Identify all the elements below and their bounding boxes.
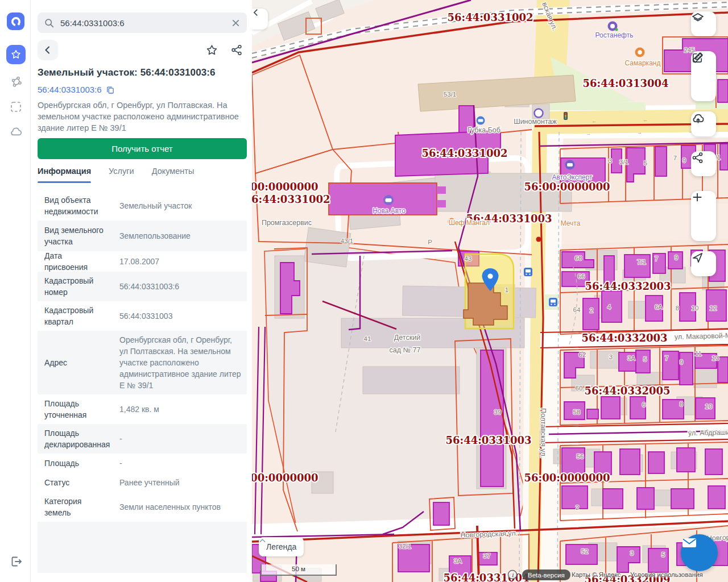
select-area-icon [9,100,23,114]
street-label: Полтавская ул. [539,408,547,458]
info-row-value: Оренбургская обл, г Оренбург, ул Полтавс… [104,334,247,391]
building-number: 1 [505,286,508,293]
locate-button[interactable] [691,251,716,276]
building-number: 3 [609,157,612,164]
building-number: 2 [590,307,593,314]
building-number: 37 [483,552,491,559]
street-label: Промгазсервис [262,219,312,227]
details-panel: Земельный участок: 56:44:0331003:6 56:44… [31,0,252,582]
logout-button[interactable] [7,552,25,571]
building-number: 13 [712,355,719,361]
info-row-label: Площадь уточненная [44,398,104,421]
draw-button[interactable] [691,76,716,101]
search-input[interactable] [59,18,231,28]
tab-services[interactable]: Услуги [109,167,134,183]
cadastral-number-link[interactable]: 56:44:0331003:6 [38,85,102,94]
share-map-button[interactable] [691,151,716,176]
zoom-out-button[interactable] [691,216,716,241]
street-label: Шиномонтаж [514,118,557,126]
info-row-value: Земельный участок [104,200,247,211]
terms-link[interactable]: Условия использования [630,571,703,578]
legend-label: Легенда [266,542,296,551]
building-number: 3 [630,550,634,556]
cloud-upload-icon [691,111,705,126]
layers-button[interactable] [691,11,716,36]
info-row: Категория земельЗемли населенных пунктов [38,492,247,522]
building-number: 58 [573,409,581,415]
info-row: Кадастровый квартал56:44:0331003 [38,301,247,331]
building-number: 56 [577,453,584,460]
vector-shape-icon [9,75,23,89]
tab-information[interactable]: Информация [38,167,91,183]
minus-icon [691,191,704,203]
quarter-label: 56:00:0000000 [524,181,610,193]
favorite-button[interactable] [201,40,222,60]
sidebar-item-favorites[interactable] [6,45,26,64]
map-copyright[interactable]: Карты © Яндекс [572,571,621,578]
building-number: 6 [642,401,646,408]
scale-bar: 50 м [260,564,337,576]
app-logo[interactable] [7,13,24,30]
tab-documents[interactable]: Документы [152,167,195,183]
share-button[interactable] [226,40,247,60]
sidebar-item-selection[interactable] [7,98,25,116]
quarter-label: 56:44:0331002 [447,11,533,23]
tabs: Информация Услуги Документы [38,167,247,183]
info-row-value: - [104,433,247,444]
info-row: СтатусРанее учтенный [38,473,247,492]
svg-text:←: ← [643,117,648,123]
info-row-label: Дата присвоения [44,250,104,273]
star-icon [205,44,218,57]
building-number: 7 [655,255,658,262]
building-number: 3А [454,558,462,564]
building-number: 39 [494,409,502,415]
building-number: 12 [710,305,717,311]
get-report-button[interactable]: Получить отчет [38,138,247,159]
legend-button[interactable]: Легенда [259,537,304,556]
info-row-value: Землепользование [104,230,247,242]
copy-icon[interactable] [106,85,115,94]
sidebar-item-cloud[interactable] [7,123,25,141]
svg-text:←: ← [592,118,597,124]
layers-icon [691,11,705,25]
navigation-arrow-icon [691,251,704,264]
quarter-label: 56:44:0332003 [585,280,671,292]
quarter-label: 56:00:0000000 [252,181,318,193]
building-number: 3/1 [619,159,628,165]
clear-search-button[interactable] [231,19,240,27]
building-number: 53/1 [444,91,456,98]
close-icon [231,19,240,27]
beta-badge: Beta-версия [522,569,570,580]
quarter-label: 56:00:0000000 [524,472,610,484]
building-number: 60 [576,385,583,392]
building-number: 5 [661,551,665,558]
quarter-label: 56:44:0332005 [584,385,670,397]
info-row-label: Вид земельного участка [44,225,104,247]
quarter-label: 56:44:0313004 [582,77,668,89]
building-number: 10 [692,305,699,311]
building-number: 8 [676,305,679,311]
share-icon [230,44,243,56]
building-number: 3 [609,354,613,360]
object-description: Оренбургская обл, г Оренбург, ул Полтавс… [38,99,242,134]
info-icon[interactable]: i [508,571,517,579]
chevron-left-icon [252,9,260,16]
search-box[interactable] [38,13,247,33]
sidebar-item-objects[interactable] [7,73,25,91]
back-button[interactable] [38,40,58,60]
info-row: Кадастровый номер56:44:0331003:6 [38,272,247,301]
info-row-label: Адрес [44,357,104,368]
collapse-panel-button[interactable] [252,9,268,30]
building-number: 2 [576,504,579,511]
quarter-label: 56:44:0331002 [421,147,507,159]
info-row: АдресОренбургская обл, г Оренбург, ул По… [38,331,247,394]
street-label: ул. Абдраши [688,429,728,437]
chat-button[interactable] [681,534,718,571]
building-number: 43 [465,255,472,262]
svg-text:→: → [586,131,591,136]
upload-button[interactable] [691,111,716,136]
building-number: 52 [581,548,589,555]
info-row-label: Площадь декларированная [44,427,104,450]
map[interactable]: →→→ ←← 56:44:033100256:44:031300456:44:0… [252,0,728,582]
info-row: Вид объекта недвижимостиЗемельный участо… [38,191,247,221]
